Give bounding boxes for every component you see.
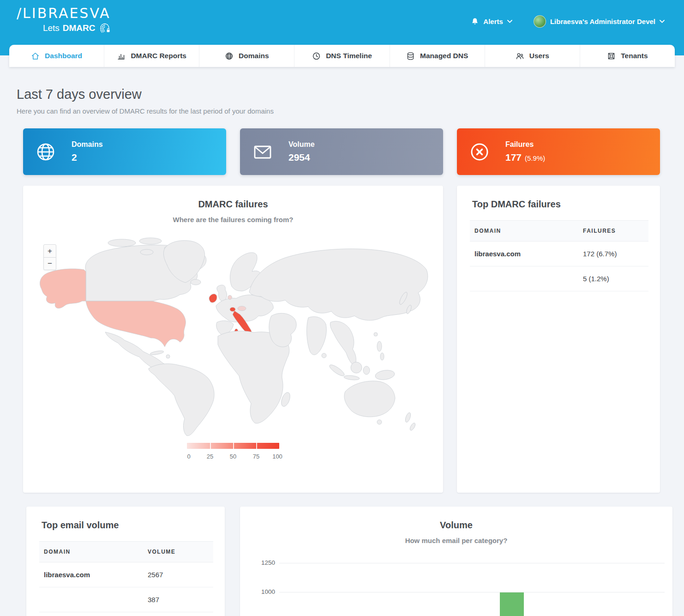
bar-chart-icon (117, 52, 126, 60)
nav-item-dns-timeline[interactable]: DNS Timeline (294, 45, 390, 67)
legend-tick: 100 (272, 453, 282, 460)
stat-label: Volume (288, 140, 315, 149)
alerts-label: Alerts (483, 18, 503, 25)
table-header: DOMAIN FAILURES (470, 220, 648, 242)
product-prefix: Lets (43, 23, 60, 33)
stat-card-failures: Failures 177(5.9%) (457, 128, 660, 175)
volume-cell: 387 (148, 596, 209, 604)
stat-label: Failures (505, 140, 545, 149)
nav-item-managed-dns[interactable]: Managed DNS (390, 45, 485, 67)
brand-logo: /LIBRAESVA LetsDMARC (17, 6, 111, 34)
zoom-in-button[interactable]: + (44, 245, 56, 257)
page-title: Last 7 days overview (17, 87, 684, 102)
failures-cell: 172 (6.7%) (583, 250, 644, 258)
continent-asia (249, 249, 428, 320)
column-header-domain: DOMAIN (474, 228, 583, 234)
main-navigation: Dashboard DMARC Reports Domains DNS Time… (9, 45, 675, 67)
nav-label: Dashboard (45, 52, 82, 60)
failures-cell: 5 (1.2%) (583, 275, 644, 283)
stat-label: Domains (72, 140, 103, 149)
libraesva-logo-text: /LIBRAESVA (17, 6, 111, 21)
country-new-zealand (404, 412, 412, 423)
user-menu[interactable]: Libraesva's Administrator Devel (534, 15, 665, 28)
legend-ticks: 0 25 50 75 100 (187, 453, 279, 460)
failures-percent: (5.9%) (525, 154, 545, 162)
chevron-down-icon (660, 20, 665, 23)
globe-icon (36, 142, 56, 162)
fingerprint-icon (99, 22, 111, 34)
nav-label: Users (529, 52, 549, 60)
header-actions: Alerts Libraesva's Administrator Devel (471, 15, 665, 28)
map-color-legend: 0 25 50 75 100 (187, 443, 279, 460)
region-southeast-asia (330, 321, 356, 366)
country-india (307, 317, 327, 355)
stat-value: 2954 (288, 152, 315, 163)
home-icon (31, 52, 40, 60)
page-subtitle: Here you can find an overview of DMARC r… (17, 107, 684, 115)
dmarc-failures-map-card: DMARC failures Where are the failures co… (23, 186, 443, 493)
volume-bar[interactable] (500, 592, 524, 616)
legend-tick: 50 (230, 453, 236, 460)
stat-card-domains: Domains 2 (23, 128, 226, 175)
middle-row: DMARC failures Where are the failures co… (23, 186, 660, 493)
zoom-out-button[interactable]: − (44, 257, 56, 270)
region-new-guinea (375, 369, 395, 381)
legend-tick: 25 (207, 453, 213, 460)
nav-item-domains[interactable]: Domains (199, 45, 294, 67)
country-iceland (191, 279, 201, 285)
x-circle-icon (469, 142, 490, 162)
nav-label: DMARC Reports (131, 52, 186, 60)
domain-cell: libraesva.com (474, 250, 583, 258)
user-name: Libraesva's Administrator Devel (550, 18, 655, 25)
dashboard-content: Last 7 days overview Here you can find a… (0, 67, 684, 616)
map-zoom-controls: + − (43, 244, 56, 270)
domain-cell: libraesva.com (44, 571, 148, 579)
nav-label: Domains (239, 52, 269, 60)
bottom-row: Top email volume DOMAIN VOLUME libraesva… (26, 507, 672, 616)
region-alaska (40, 269, 86, 308)
legend-tick: 0 (187, 453, 190, 460)
globe-icon (225, 52, 234, 60)
product-name: LetsDMARC (17, 22, 111, 34)
legend-tick: 75 (253, 453, 259, 460)
country-united-states (86, 301, 186, 347)
stats-row: Domains 2 Volume 2954 Failures 177(5.9%) (23, 128, 660, 175)
column-header-domain: DOMAIN (44, 549, 148, 555)
world-choropleth-map[interactable] (31, 236, 435, 437)
top-volume-title: Top email volume (26, 507, 225, 531)
column-header-failures: FAILURES (583, 228, 644, 234)
nav-item-dashboard[interactable]: Dashboard (9, 45, 104, 67)
y-axis-tick: 1250 (254, 559, 275, 566)
table-row: libraesva.com 2567 (39, 562, 213, 587)
volume-chart-card: Volume How much email per category? 1250… (240, 507, 672, 616)
region-tasmania (377, 420, 382, 424)
alerts-menu[interactable]: Alerts (471, 17, 512, 26)
bell-icon (471, 17, 479, 26)
nav-label: DNS Timeline (326, 52, 372, 60)
top-dmarc-failures-card: Top DMARC failures DOMAIN FAILURES libra… (457, 186, 660, 493)
nav-item-users[interactable]: Users (485, 45, 580, 67)
country-philippines (377, 341, 382, 351)
top-email-volume-card: Top email volume DOMAIN VOLUME libraesva… (26, 507, 225, 616)
stat-value: 177(5.9%) (505, 152, 545, 163)
failures-count: 177 (505, 152, 522, 163)
nav-item-dmarc-reports[interactable]: DMARC Reports (104, 45, 199, 67)
stat-card-volume: Volume 2954 (240, 128, 443, 175)
table-row: 5 (1.2%) (470, 266, 648, 291)
country-ireland (209, 294, 217, 303)
tenants-icon (607, 52, 616, 60)
clock-icon (312, 52, 321, 60)
map-card-title: DMARC failures (23, 186, 443, 210)
region-indonesia (328, 363, 346, 378)
country-netherlands (228, 296, 232, 300)
table-row: 387 (39, 587, 213, 612)
y-axis-tick: 1000 (254, 588, 275, 595)
stat-value: 2 (72, 152, 103, 163)
continent-south-america (149, 364, 214, 436)
table-header: DOMAIN VOLUME (39, 541, 213, 562)
nav-label: Managed DNS (420, 52, 468, 60)
nav-item-tenants[interactable]: Tenants (580, 45, 675, 67)
legend-gradient-bar (187, 443, 279, 449)
region-middle-east (269, 313, 296, 347)
top-failures-table: DOMAIN FAILURES libraesva.com 172 (6.7%)… (470, 220, 648, 291)
